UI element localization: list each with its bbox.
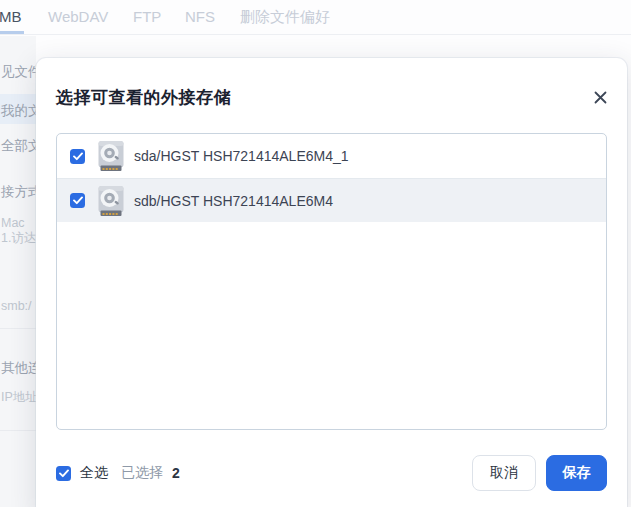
tab-smb-label: SMB — [0, 8, 22, 25]
checkbox-checked-icon[interactable] — [70, 149, 85, 164]
sidebar-item-my-files[interactable]: 我的文 — [1, 102, 36, 120]
sidebar-item-mac: Mac — [1, 216, 25, 230]
sidebar-section-connect-method: 接方式 — [1, 183, 36, 201]
tab-ftp[interactable]: FTP — [133, 8, 161, 25]
external-storage-dialog: 选择可查看的外接存储 — [36, 58, 627, 507]
select-all-label: 全选 — [80, 464, 108, 482]
hard-disk-icon — [97, 140, 125, 172]
sidebar-item-common-files[interactable]: 见文件 — [1, 63, 36, 81]
sidebar-section-other-connections: 其他连 — [1, 359, 36, 377]
sidebar-divider — [0, 430, 36, 431]
close-icon[interactable] — [589, 86, 611, 108]
checkbox-checked-icon[interactable] — [70, 193, 85, 208]
settings-tabbar: SMB WebDAV FTP NFS 删除文件偏好 — [0, 0, 631, 36]
tab-nfs[interactable]: NFS — [185, 8, 215, 25]
storage-row-sdb[interactable]: sdb/HGST HSH721414ALE6M4 — [57, 178, 606, 222]
dialog-footer: 全选 已选择 2 取消 保存 — [56, 455, 607, 491]
dialog-title: 选择可查看的外接存储 — [56, 86, 231, 109]
tab-delete-file-preference[interactable]: 删除文件偏好 — [240, 8, 330, 27]
sidebar-item-all-files[interactable]: 全部文 — [1, 137, 36, 155]
cancel-button[interactable]: 取消 — [472, 455, 536, 491]
storage-row-sda[interactable]: sda/HGST HSH721414ALE6M4_1 — [57, 134, 606, 178]
hard-disk-icon — [97, 185, 125, 217]
tab-webdav[interactable]: WebDAV — [48, 8, 108, 25]
sidebar-item-finder: 1.访达 — [1, 230, 36, 247]
tabbar-divider — [0, 34, 631, 35]
selected-label: 已选择 — [121, 464, 163, 482]
sidebar-divider — [0, 328, 36, 329]
sidebar-strip: 见文件 我的文 全部文 接方式 Mac 1.访达 smb:/ 其他连 IP地址 — [0, 36, 36, 507]
sidebar-item-smb-url: smb:/ — [1, 299, 32, 313]
save-button[interactable]: 保存 — [546, 455, 607, 491]
storage-row-label: sdb/HGST HSH721414ALE6M4 — [134, 193, 333, 209]
sidebar-item-ip-address: IP地址 — [1, 389, 36, 406]
selected-count: 2 — [172, 465, 180, 481]
tab-smb[interactable]: SMB — [0, 8, 22, 25]
select-all-checkbox[interactable] — [56, 466, 71, 481]
storage-list: sda/HGST HSH721414ALE6M4_1 — [56, 133, 607, 430]
storage-row-label: sda/HGST HSH721414ALE6M4_1 — [134, 148, 349, 164]
